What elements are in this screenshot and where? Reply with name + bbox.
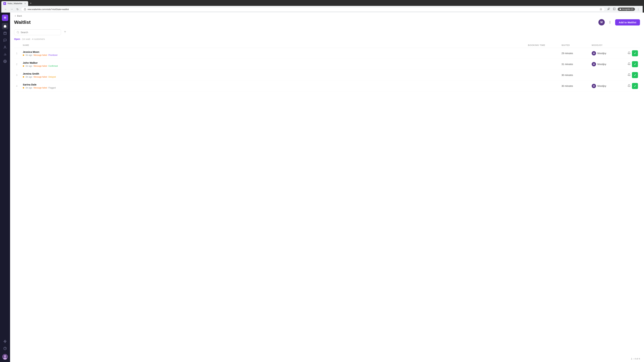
- status-bar: Open · 1m wait · 4 customers: [10, 36, 644, 42]
- bell-button[interactable]: [628, 51, 630, 55]
- table-row[interactable]: 4 Sarina Dale 3m ago Message failed Flag…: [14, 81, 640, 91]
- customer-info-cell: Jemina Smith 3m ago Message failed Delay…: [21, 70, 526, 81]
- nav-refresh-button[interactable]: ↻: [16, 7, 20, 11]
- check-button[interactable]: ✓: [632, 61, 638, 67]
- chat-icon: [3, 38, 7, 42]
- sidebar-item-users[interactable]: [2, 44, 8, 50]
- row-actions: ✓: [625, 72, 638, 78]
- new-tab-button[interactable]: +: [28, 1, 33, 6]
- address-bar[interactable]: new.waitwhile.com/visits?visitState=wait…: [21, 7, 605, 11]
- booking-time-cell: [526, 48, 560, 59]
- user-avatar-button[interactable]: M: [598, 19, 605, 25]
- waited-cell: 31 minutes: [560, 59, 590, 70]
- moodjoy-cell: M Moodjoy: [592, 51, 621, 55]
- sidebar-item-flash[interactable]: [2, 338, 8, 345]
- waitlist-table: NAME BOOKING TIME WAITED MOODJOY 1 Jessi…: [14, 42, 640, 91]
- active-tab[interactable]: M Visits | Waitwhile ✕: [1, 1, 28, 6]
- search-icon: [16, 31, 19, 34]
- sidebar-item-settings[interactable]: [2, 58, 8, 64]
- more-options-button[interactable]: [607, 19, 613, 25]
- row-num: 2: [14, 59, 21, 70]
- nav-back-button[interactable]: ←: [3, 7, 8, 11]
- table-row[interactable]: 2 John Walker 3m ago Message failed Conf…: [14, 59, 640, 70]
- sidebar-toggle-button[interactable]: [612, 7, 617, 11]
- sidebar-user-avatar[interactable]: [2, 354, 8, 360]
- check-button[interactable]: ✓: [632, 72, 638, 78]
- bookmark-icon[interactable]: [600, 8, 602, 10]
- lock-icon: [24, 8, 26, 10]
- filter-button[interactable]: [63, 30, 68, 35]
- incognito-badge[interactable]: Incognito (2): [618, 7, 635, 11]
- sidebar-item-chat[interactable]: [2, 37, 8, 43]
- col-header-booking: BOOKING TIME: [526, 42, 560, 48]
- bell-icon: [628, 84, 630, 87]
- sidebar-item-analytics[interactable]: [2, 51, 8, 57]
- search-input[interactable]: [21, 31, 58, 34]
- back-button[interactable]: Back: [14, 14, 22, 17]
- bell-button[interactable]: [628, 62, 630, 66]
- sidebar-logo[interactable]: M: [2, 14, 8, 21]
- check-button[interactable]: ✓: [632, 50, 638, 56]
- message-failed-label: Message failed: [34, 54, 47, 56]
- booking-time-cell: [526, 70, 560, 81]
- table-row[interactable]: 1 Jessica Moon 3m ago Message failed Pri…: [14, 48, 640, 59]
- svg-rect-3: [613, 8, 615, 10]
- extra-status-label: Delayed: [48, 76, 56, 78]
- row-actions: ✓: [625, 50, 638, 56]
- extra-status-label: Confirmed: [48, 65, 58, 67]
- sidebar-item-help[interactable]: [2, 345, 8, 352]
- add-to-waitlist-button[interactable]: Add to Waitlist: [615, 19, 640, 25]
- check-button[interactable]: ✓: [632, 83, 638, 89]
- more-options-icon: [608, 21, 612, 24]
- svg-point-21: [610, 22, 610, 22]
- row-num: 4: [14, 81, 21, 91]
- svg-marker-14: [4, 340, 6, 343]
- menu-button[interactable]: ⋮: [636, 7, 641, 11]
- customer-meta: 3m ago Message failed Confirmed: [23, 65, 524, 67]
- sidebar-item-home[interactable]: [2, 23, 8, 29]
- page-title: Waitlist: [14, 19, 31, 25]
- moodjoy-col: [590, 70, 623, 81]
- incognito-label: Incognito (2): [622, 8, 633, 10]
- table-row[interactable]: 3 Jemina Smith 3m ago Message failed Del…: [14, 70, 640, 81]
- moodjoy-col: M Moodjoy: [590, 48, 623, 59]
- svg-point-13: [5, 61, 6, 62]
- svg-point-22: [610, 23, 610, 23]
- tab-close-button[interactable]: ✕: [24, 2, 26, 5]
- nav-forward-button[interactable]: →: [10, 7, 14, 11]
- booking-time-cell: [526, 81, 560, 91]
- customer-meta: 3m ago Message failed Prioritized: [23, 54, 524, 56]
- waited-text: 29 minutes: [562, 52, 573, 55]
- status-separator1: ·: [21, 38, 22, 40]
- booking-time-cell: [526, 59, 560, 70]
- customer-meta: 3m ago Message failed Delayed: [23, 76, 524, 78]
- moodjoy-avatar: M: [592, 62, 596, 66]
- help-icon: [3, 347, 7, 350]
- extensions-button[interactable]: [606, 7, 611, 11]
- bell-button[interactable]: [628, 84, 630, 88]
- search-input-wrapper[interactable]: [14, 29, 61, 35]
- customer-info-cell: Sarina Dale 3m ago Message failed Flagge…: [21, 81, 526, 91]
- svg-rect-0: [24, 9, 26, 10]
- browser-tabs: M Visits | Waitwhile ✕ +: [1, 1, 643, 6]
- browser-nav: ← → ↻ new.waitwhile.com/visits?visitStat…: [1, 6, 643, 12]
- moodjoy-name: Moodjoy: [598, 52, 606, 55]
- time-ago: 3m ago: [26, 87, 32, 89]
- extra-status-label: Prioritized: [48, 54, 57, 56]
- calendar-icon: [3, 31, 7, 35]
- message-failed-label: Message failed: [34, 76, 47, 78]
- waited-cell: 30 minutes: [560, 70, 590, 81]
- bell-button[interactable]: [628, 73, 630, 77]
- bell-icon: [628, 62, 630, 65]
- analytics-icon: [3, 53, 7, 56]
- col-header-waited: WAITED: [560, 42, 590, 48]
- sidebar-item-calendar[interactable]: [2, 30, 8, 36]
- moodjoy-name: Moodjoy: [598, 63, 606, 65]
- moodjoy-cell: M Moodjoy: [592, 62, 621, 66]
- customer-name: Jemina Smith: [23, 72, 524, 75]
- back-bar: Back: [10, 12, 644, 18]
- row-actions-cell: ✓: [623, 81, 640, 91]
- row-actions-cell: ✓: [623, 70, 640, 81]
- customer-name: Jessica Moon: [23, 50, 524, 53]
- waited-text: 30 minutes: [562, 85, 573, 87]
